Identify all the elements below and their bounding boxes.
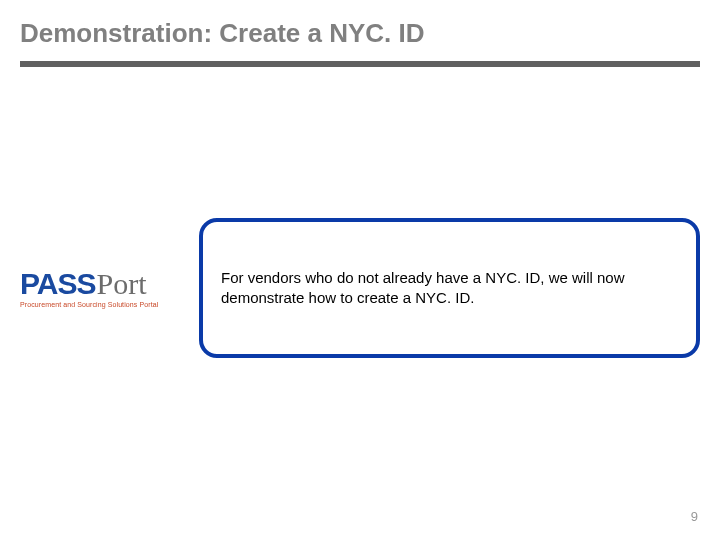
callout-box: For vendors who do not already have a NY…	[199, 218, 700, 358]
content-row: PASS Port Procurement and Sourcing Solut…	[20, 218, 700, 358]
passport-logo-wordmark: PASS Port	[20, 269, 185, 299]
callout-text: For vendors who do not already have a NY…	[221, 268, 678, 309]
passport-logo: PASS Port Procurement and Sourcing Solut…	[20, 269, 185, 308]
slide-title: Demonstration: Create a NYC. ID	[20, 18, 700, 49]
logo-tagline: Procurement and Sourcing Solutions Porta…	[20, 301, 185, 308]
logo-port-text: Port	[96, 269, 146, 299]
title-underline	[20, 61, 700, 67]
page-number: 9	[691, 509, 698, 524]
slide: Demonstration: Create a NYC. ID PASS Por…	[0, 0, 720, 540]
logo-pass-text: PASS	[20, 269, 95, 299]
